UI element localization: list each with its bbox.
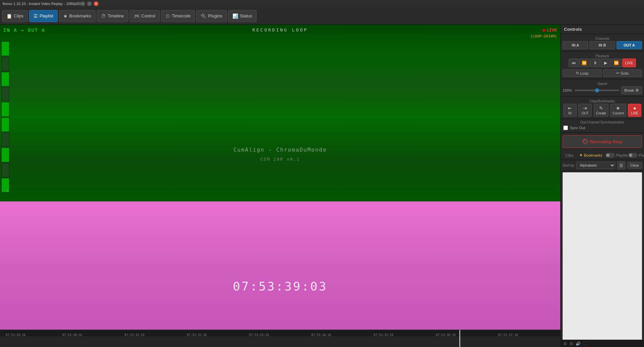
stop-recording-icon: ⬛ (582, 139, 588, 144)
meter-bar (1, 102, 9, 116)
channel-in-a[interactable]: IN A (563, 41, 588, 49)
navbar: 📋 Clips ☰ Playlist ★ Bookmarks ⏱ Timelin… (0, 7, 644, 25)
meter-bar (1, 117, 9, 132)
nav-status-label: Status (240, 13, 252, 18)
sort-select[interactable]: AlphabeticDateDurationName (576, 162, 615, 169)
playlist-toggle-label: Playlist (616, 153, 628, 157)
create-icon: ✎ (599, 105, 603, 111)
filter-bookmarks-label: Bookmarks (584, 153, 602, 157)
plugins-icon: 🔌 (201, 13, 206, 19)
nav-timeline[interactable]: ⏱ Timeline (97, 10, 128, 22)
nav-status[interactable]: 📊 Status (228, 10, 257, 22)
timeline-playhead (459, 330, 460, 347)
speed-slider[interactable] (575, 90, 619, 91)
skip-back-fast-btn[interactable]: ⏮ (569, 59, 579, 67)
playlist-icon: ☰ (33, 13, 38, 19)
controls-panel: Controls Channels IN A IN B OUT A Playba… (560, 25, 644, 347)
clips-current-btn[interactable]: ★ Current (610, 104, 626, 117)
clips-live-btn[interactable]: ● LIVE (628, 104, 641, 117)
clips-out-btn[interactable]: ⇥ OUT (578, 104, 592, 117)
loop-btn[interactable]: ↻ Loop (563, 69, 602, 77)
meter-bar (1, 163, 9, 177)
nav-bookmarks[interactable]: ★ Bookmarks (59, 10, 95, 22)
controls-header: Controls (561, 25, 644, 34)
loop-icon: ↻ (576, 71, 579, 75)
nav-playlist-label: Playlist (40, 13, 53, 18)
meter-bar (1, 41, 9, 56)
content-area (563, 172, 642, 346)
minimize-button[interactable]: — (80, 1, 85, 6)
clips-bookmarks-label: Clips/Bookmarks (563, 98, 642, 104)
nav-timecode[interactable]: ⏲ Timecode (161, 10, 195, 22)
clips-row: ⇤ IN ⇥ OUT ✎ Create ★ Current ● LIVE (563, 104, 642, 117)
osd-loop: [LOOP~2H34M] (530, 34, 557, 38)
clips-in-btn[interactable]: ⇤ IN (563, 104, 577, 117)
nav-plugins-label: Plugins (208, 13, 222, 18)
stop-recording-btn[interactable]: ⬛ Recording Stop (563, 135, 642, 148)
grid-icon[interactable]: ⊞ (570, 341, 573, 346)
monitor-icon[interactable]: 🖥 (563, 341, 567, 346)
channel-out-a[interactable]: OUT A (617, 41, 642, 49)
meter-bar (1, 148, 9, 162)
syncout-section: Out-Channel Synchronization Sync Out (561, 119, 644, 133)
pause-btn[interactable]: ⏸ (590, 59, 600, 67)
clips-create-btn[interactable]: ✎ Create (594, 104, 609, 117)
filter-clips-tab[interactable]: Clips (563, 152, 576, 158)
playlist-toggle: Playlist (605, 153, 628, 158)
sort-by-label: Sort by (563, 163, 574, 167)
speed-section: Speed 100% Break ⚙ (561, 79, 644, 97)
nav-bookmarks-label: Bookmarks (69, 13, 91, 18)
goto-btn[interactable]: ↩ Goto (603, 69, 642, 77)
timeline-bar[interactable] (0, 336, 560, 347)
break-btn[interactable]: Break ⚙ (621, 86, 642, 94)
nav-control-label: Control (141, 13, 155, 18)
titlebar-title: flooxx 1.15.10 - Instant Video Replay - … (3, 2, 80, 6)
speed-value-label: 100% (563, 88, 573, 92)
playlist-toggle-switch[interactable] (605, 153, 615, 158)
speaker-icon[interactable]: 🔊 (576, 341, 581, 346)
sync-out-text: Sync Out (570, 126, 585, 130)
expand-icon[interactable]: ⛶ (583, 341, 587, 346)
nav-playlist[interactable]: ☰ Playlist (29, 10, 58, 22)
playback-live-btn[interactable]: LIVE (622, 59, 636, 67)
osd-source: CumAlign - ChromaDuMonde (233, 147, 327, 153)
play-btn[interactable]: ▶ (601, 59, 611, 67)
osd-timecode-large: 07:53:39:03 (233, 279, 327, 293)
meter-bar (1, 57, 9, 71)
meter-r: R (6, 189, 8, 192)
filter-bookmarks-tab[interactable]: ★ Bookmarks (577, 152, 605, 158)
titlebar: flooxx 1.15.10 - Instant Video Replay - … (0, 0, 644, 7)
skip-forward-btn[interactable]: ⏩ (612, 59, 622, 67)
plugins-toggle-switch[interactable] (628, 153, 638, 158)
meter-label: L R (1, 189, 9, 192)
control-icon: 🎮 (134, 13, 140, 19)
nav-control[interactable]: 🎮 Control (130, 10, 160, 22)
meter-bar (1, 133, 9, 147)
plugins-toggle: Plugins (628, 153, 644, 158)
timeline-icon: ⏱ (101, 13, 106, 19)
osd-recording: Recording Loop (253, 27, 308, 32)
channel-in-b[interactable]: IN B (589, 41, 615, 49)
status-bar: 🖥 ⊞ 🔊 ⛶ (560, 340, 644, 347)
current-icon: ★ (616, 105, 620, 111)
clips-section: Clips/Bookmarks ⇤ IN ⇥ OUT ✎ Create ★ Cu… (561, 97, 644, 119)
close-button[interactable]: ✕ (94, 1, 98, 6)
clips-live-label: LIVE (631, 111, 638, 115)
nav-plugins[interactable]: 🔌 Plugins (196, 10, 227, 22)
titlebar-controls: — □ ✕ (80, 1, 98, 6)
bookmarks-icon: ★ (63, 13, 68, 19)
clear-btn[interactable]: Clear (627, 162, 642, 169)
gear-icon: ⚙ (635, 88, 639, 93)
goto-icon: ↩ (616, 71, 619, 75)
timeline[interactable]: 07:53:29:1607:53:30:1607:53:31:1607:53:3… (0, 330, 560, 347)
skip-back-btn[interactable]: ⏪ (579, 59, 589, 67)
channels-label: Channels (563, 35, 642, 41)
syncout-row: Sync Out (563, 125, 641, 130)
in-label: IN (568, 111, 572, 115)
nav-clips[interactable]: 📋 Clips (2, 10, 28, 22)
maximize-button[interactable]: □ (87, 1, 92, 6)
sync-out-checkbox[interactable] (563, 125, 568, 130)
video-area: L R IN A → OUT A Recording Loop LIVE [LO… (0, 25, 560, 347)
timeline-ticks: 07:53:29:1607:53:30:1607:53:31:1607:53:3… (0, 330, 560, 337)
list-icon-btn[interactable]: ☰ (617, 161, 625, 169)
